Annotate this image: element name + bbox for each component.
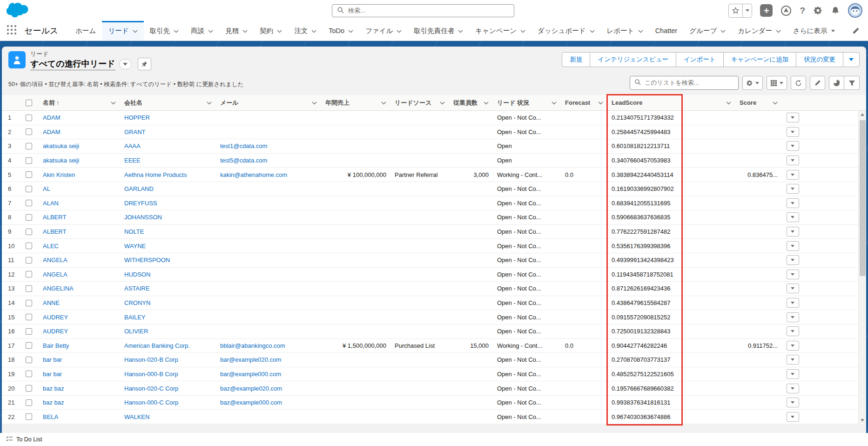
cell-email[interactable]: bar@example020.com [216, 356, 321, 363]
column-header-revenue[interactable]: 年間売上 [321, 95, 390, 110]
action-button-2[interactable]: インテリジェンスビュー [590, 52, 676, 67]
chevron-down-icon[interactable] [133, 27, 138, 34]
list-search-input[interactable]: このリストを検索... [630, 76, 739, 90]
cell-company[interactable]: AAAA [120, 142, 216, 149]
cell-company[interactable]: CRONYN [120, 299, 216, 306]
row-checkbox[interactable] [26, 229, 32, 235]
row-actions-dropdown-button[interactable] [787, 184, 799, 194]
nav-tab-15[interactable]: グループ [683, 21, 732, 41]
cell-email[interactable]: test5@cdata.com [216, 157, 321, 164]
row-checkbox[interactable] [26, 300, 32, 306]
cell-name[interactable]: akatsuka seiji [39, 142, 120, 149]
nav-edit-pencil-icon[interactable] [852, 27, 860, 36]
cell-name[interactable]: ALAN [39, 200, 120, 207]
favorites-dropdown-icon[interactable] [743, 4, 752, 17]
chevron-down-icon[interactable] [174, 27, 179, 34]
cell-name[interactable]: AUDREY [39, 314, 120, 321]
cell-email[interactable]: bblair@abankingco.com [216, 342, 321, 349]
row-actions-dropdown-button[interactable] [787, 270, 799, 279]
cell-company[interactable]: GARLAND [120, 185, 216, 192]
cell-company[interactable]: NOLTE [120, 228, 216, 235]
cell-name[interactable]: AUDREY [39, 328, 120, 335]
row-actions-dropdown-button[interactable] [787, 284, 799, 293]
row-checkbox[interactable] [26, 371, 32, 377]
nav-tab-16[interactable]: カレンダー [732, 21, 787, 41]
column-menu-chevron-icon[interactable] [552, 99, 557, 106]
row-checkbox[interactable] [26, 257, 32, 264]
cell-name[interactable]: ANGELA [39, 257, 120, 264]
column-header-source[interactable]: リードソース [390, 95, 449, 110]
action-button-4[interactable]: キャンペーンに追加 [724, 52, 796, 67]
chevron-down-icon[interactable] [348, 27, 353, 34]
column-menu-chevron-icon[interactable] [773, 99, 778, 106]
row-checkbox[interactable] [26, 115, 32, 121]
chevron-down-icon[interactable] [242, 27, 248, 34]
row-actions-dropdown-button[interactable] [787, 155, 799, 165]
help-icon[interactable]: ? [800, 6, 805, 16]
refresh-button[interactable] [791, 76, 806, 90]
column-menu-chevron-icon[interactable] [312, 99, 317, 106]
row-checkbox[interactable] [26, 214, 32, 221]
cell-company[interactable]: HUDSON [120, 271, 216, 278]
cell-name[interactable]: baz baz [39, 385, 120, 392]
nav-tab-4[interactable]: 商談 [185, 21, 219, 41]
row-actions-dropdown-button[interactable] [787, 127, 799, 137]
row-actions-dropdown-button[interactable] [787, 412, 799, 422]
pin-list-icon[interactable] [138, 58, 151, 70]
cell-company[interactable]: OLIVIER [120, 328, 216, 335]
column-menu-chevron-icon[interactable] [726, 99, 731, 106]
row-actions-dropdown-button[interactable] [787, 212, 799, 222]
cell-name[interactable]: ANNE [39, 299, 120, 306]
cell-name[interactable]: ANGELA [39, 271, 120, 278]
nav-tab-7[interactable]: 注文 [288, 21, 323, 41]
column-header-lead_score[interactable]: LeadScore [607, 95, 735, 110]
nav-tab-6[interactable]: 契約 [254, 21, 288, 41]
cell-name[interactable]: ALEC [39, 243, 120, 250]
action-button-3[interactable]: インポート [676, 52, 724, 67]
cell-email[interactable]: kakin@athenahome.com [216, 171, 321, 178]
cell-name[interactable]: ALBERT [39, 214, 120, 221]
cell-name[interactable]: Bair Betty [39, 342, 120, 349]
row-actions-dropdown-button[interactable] [787, 198, 799, 208]
cell-company[interactable]: HOPPER [120, 114, 216, 121]
row-actions-dropdown-button[interactable] [787, 369, 799, 379]
edit-list-button[interactable] [810, 76, 825, 90]
cell-company[interactable]: DREYFUSS [120, 200, 216, 207]
nav-tab-9[interactable]: ファイル [359, 21, 408, 41]
cell-company[interactable]: Aethna Home Products [120, 171, 216, 178]
app-launcher-icon[interactable] [7, 25, 17, 37]
row-checkbox[interactable] [26, 243, 32, 249]
nav-tab-1[interactable]: ホーム [69, 21, 102, 41]
cell-email[interactable]: baz@example020.com [216, 385, 321, 392]
cell-name[interactable]: bar bar [39, 371, 120, 378]
chevron-down-icon[interactable] [520, 27, 525, 34]
cell-company[interactable]: American Banking Corp. [120, 342, 216, 349]
more-actions-dropdown-button[interactable] [843, 52, 860, 67]
row-checkbox[interactable] [26, 128, 32, 135]
filter-button[interactable] [844, 76, 860, 90]
cell-company[interactable]: GRANT [120, 128, 216, 135]
row-actions-dropdown-button[interactable] [787, 298, 799, 308]
setup-gear-icon[interactable] [813, 6, 823, 15]
select-all-checkbox[interactable] [26, 100, 32, 106]
cell-name[interactable]: baz baz [39, 399, 120, 406]
row-checkbox[interactable] [26, 399, 32, 406]
row-checkbox[interactable] [26, 385, 32, 392]
row-actions-dropdown-button[interactable] [787, 241, 799, 251]
row-checkbox[interactable] [26, 285, 32, 292]
column-menu-chevron-icon[interactable] [440, 99, 445, 106]
caret-down-icon[interactable] [831, 30, 835, 32]
column-menu-chevron-icon[interactable] [381, 99, 386, 106]
row-actions-dropdown-button[interactable] [787, 255, 799, 265]
cell-name[interactable]: AL [39, 185, 120, 192]
cell-company[interactable]: WALKEN [120, 413, 216, 420]
cell-company[interactable]: JOHANSSON [120, 214, 216, 221]
column-header-score[interactable]: Score [735, 95, 782, 110]
chevron-down-icon[interactable] [277, 27, 282, 34]
row-actions-dropdown-button[interactable] [787, 312, 799, 322]
cell-email[interactable]: bar@example000.com [216, 371, 321, 378]
favorite-star-icon[interactable] [729, 4, 743, 17]
row-checkbox[interactable] [26, 413, 32, 420]
nav-tab-2[interactable]: リード [102, 21, 143, 41]
cell-company[interactable]: Hanson-000-B Corp [120, 371, 216, 378]
